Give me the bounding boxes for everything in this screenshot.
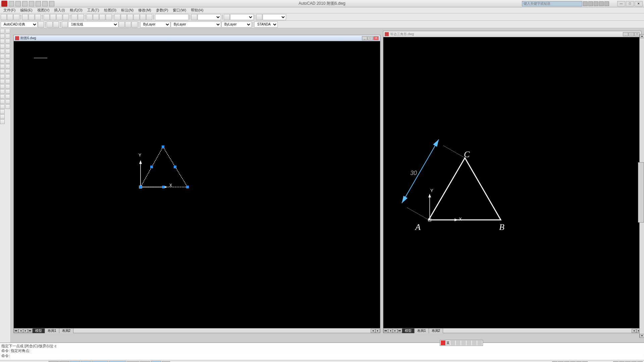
designcenter-icon[interactable] xyxy=(121,14,127,20)
workspace-select[interactable]: AutoCAD 经典 xyxy=(1,21,38,27)
rotate-icon[interactable] xyxy=(5,59,10,64)
break-icon[interactable] xyxy=(5,84,10,89)
doc-max-button[interactable]: □ xyxy=(629,32,634,36)
copy-obj-icon[interactable] xyxy=(5,34,10,39)
menu-insert[interactable]: 插入(I) xyxy=(52,7,67,13)
tab-first-icon[interactable]: ⏮ xyxy=(14,329,18,333)
mtext-icon[interactable] xyxy=(0,119,5,124)
fillet-icon[interactable] xyxy=(5,99,10,104)
erase-icon[interactable] xyxy=(5,29,10,34)
rectangle-icon[interactable] xyxy=(0,49,5,54)
open-icon[interactable] xyxy=(7,14,13,20)
layer-iso-icon[interactable] xyxy=(119,21,125,27)
explode-icon[interactable] xyxy=(5,104,10,109)
ime-lang-label[interactable]: 英 xyxy=(446,341,450,346)
tab-model-r[interactable]: 模型 xyxy=(402,328,415,333)
layer-freeze-icon[interactable] xyxy=(131,21,138,27)
table-draw-icon[interactable] xyxy=(0,114,5,119)
layer-prev-icon[interactable] xyxy=(62,21,68,27)
spline-icon[interactable] xyxy=(0,69,5,74)
hscroll-track[interactable] xyxy=(73,329,371,333)
layer-uniso-icon[interactable] xyxy=(125,21,131,27)
markup-icon[interactable] xyxy=(140,14,146,20)
qat-save-icon[interactable] xyxy=(22,1,28,6)
scale-icon[interactable] xyxy=(5,64,10,69)
publish-icon[interactable] xyxy=(35,14,41,20)
qat-open-icon[interactable] xyxy=(15,1,21,6)
help-search-input[interactable] xyxy=(522,1,582,6)
table-icon[interactable] xyxy=(224,14,230,20)
paste-icon[interactable] xyxy=(56,14,62,20)
arc-icon[interactable] xyxy=(0,54,5,59)
menu-edit[interactable]: 编辑(E) xyxy=(18,7,35,13)
comm-icon[interactable] xyxy=(594,1,598,6)
doc-titlebar-left[interactable]: 附图6.dwg _ □ ✕ xyxy=(14,35,380,41)
ellipse-icon[interactable] xyxy=(0,74,5,79)
mleaderstyle-select[interactable] xyxy=(263,14,286,20)
ime-btn1-icon[interactable] xyxy=(450,341,455,345)
mleader-icon[interactable] xyxy=(256,14,262,20)
osnap-toggle[interactable]: 对象捕捉 xyxy=(92,361,108,362)
scroll-up-icon[interactable]: ▴ xyxy=(640,34,644,38)
ime-toolbar[interactable]: 英 xyxy=(440,340,483,346)
zoom-prev-icon[interactable] xyxy=(106,14,112,20)
circle-icon[interactable] xyxy=(0,59,5,64)
doc-close-button[interactable]: ✕ xyxy=(634,32,640,36)
line-icon[interactable] xyxy=(0,29,5,34)
gradient-icon[interactable] xyxy=(0,104,5,109)
properties-icon[interactable] xyxy=(114,14,120,20)
scroll-down-icon[interactable]: ▾ xyxy=(640,334,644,338)
pan-icon[interactable] xyxy=(87,14,93,20)
pline-icon[interactable] xyxy=(0,39,5,44)
save-icon[interactable] xyxy=(13,14,19,20)
workspace-settings-icon[interactable] xyxy=(38,21,44,27)
tab-layout2-r[interactable]: 布局2 xyxy=(429,328,443,333)
doc-max-button[interactable]: □ xyxy=(368,36,373,40)
tablestyle-select[interactable] xyxy=(230,14,254,20)
app-logo-icon[interactable] xyxy=(1,1,7,7)
trim-icon[interactable] xyxy=(5,74,10,79)
qat-undo-icon[interactable] xyxy=(29,1,34,6)
grid-toggle[interactable]: 栅格 xyxy=(59,361,69,362)
tab-last-icon[interactable]: ⏭ xyxy=(28,329,33,333)
selected-triangle[interactable] xyxy=(135,142,202,195)
otrack-toggle[interactable]: 对象追踪 xyxy=(109,361,126,362)
tab-next-icon[interactable]: ▸ xyxy=(393,329,397,333)
help-icon[interactable] xyxy=(604,1,609,6)
tab-prev-icon[interactable]: ◂ xyxy=(18,329,23,333)
point-icon[interactable] xyxy=(0,94,5,99)
revcloud-icon[interactable] xyxy=(0,64,5,69)
sheetset-icon[interactable] xyxy=(133,14,140,20)
annotation-scale-select[interactable] xyxy=(198,14,221,20)
polygon-icon[interactable] xyxy=(0,44,5,49)
dimstyle-select[interactable]: STANDA xyxy=(254,21,278,27)
ellipsearc-icon[interactable] xyxy=(0,79,5,84)
xline-icon[interactable] xyxy=(0,34,5,39)
infocenter-icon[interactable] xyxy=(588,1,593,6)
offset-icon[interactable] xyxy=(5,44,10,49)
tab-last-icon[interactable]: ⏭ xyxy=(397,329,402,333)
ime-btn4-icon[interactable] xyxy=(467,341,471,345)
polar-toggle[interactable]: 极轴 xyxy=(81,361,91,362)
calc-icon[interactable] xyxy=(146,14,152,20)
menu-draw[interactable]: 绘图(D) xyxy=(102,7,118,13)
tab-next-icon[interactable]: ▸ xyxy=(23,329,28,333)
command-input-line[interactable] xyxy=(10,354,643,358)
block-icon[interactable] xyxy=(0,89,5,94)
layer-states-icon[interactable] xyxy=(53,21,59,27)
menu-parametric[interactable]: 参数(P) xyxy=(154,7,170,13)
close-button[interactable]: ✕ xyxy=(635,1,643,6)
qat-redo-icon[interactable] xyxy=(36,1,41,6)
hscroll-left-icon[interactable]: ◂ xyxy=(632,329,636,333)
hscroll-right-icon[interactable]: ▸ xyxy=(375,329,380,333)
tool-palette-tab[interactable] xyxy=(638,162,644,223)
tab-layout1[interactable]: 布局1 xyxy=(45,328,59,333)
maximize-button[interactable]: □ xyxy=(626,1,634,6)
qat-new-icon[interactable] xyxy=(9,1,14,6)
tab-layout1-r[interactable]: 布局1 xyxy=(415,328,429,333)
fav-icon[interactable] xyxy=(599,1,604,6)
hatch-icon[interactable] xyxy=(0,99,5,104)
stretch-icon[interactable] xyxy=(5,69,10,74)
lineweight-select[interactable]: ByLayer xyxy=(221,21,252,27)
hscroll-left-icon[interactable]: ◂ xyxy=(371,329,375,333)
